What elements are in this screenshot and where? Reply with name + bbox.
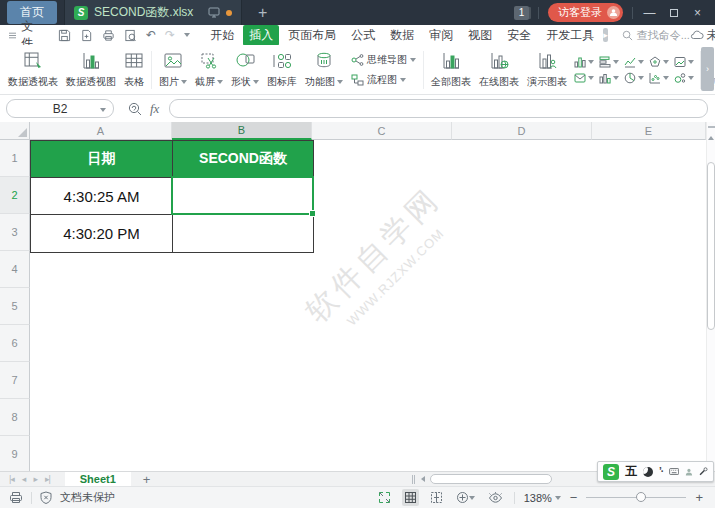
- online-charts-button[interactable]: 在线图表: [475, 51, 523, 89]
- eye-protection-button[interactable]: [486, 490, 505, 506]
- fit-selection-button[interactable]: [376, 489, 393, 506]
- sheet-grid[interactable]: 软件自学网 WWW.RJZXW.COM A B C D E 1 2 3 4 5 …: [0, 122, 715, 471]
- scroll-left-icon[interactable]: [421, 476, 425, 482]
- horizontal-split-handle[interactable]: [412, 475, 415, 484]
- sync-status-button[interactable]: 未同步: [690, 27, 715, 44]
- smart-diagram-button[interactable]: 功能图: [301, 51, 347, 89]
- scroll-up-icon[interactable]: [708, 136, 714, 140]
- cell-B1[interactable]: SECOND函数: [173, 141, 313, 178]
- undo-button[interactable]: ↶: [146, 29, 156, 41]
- ime-user-icon[interactable]: [685, 467, 693, 477]
- tabs-overflow-button[interactable]: ▸: [603, 28, 608, 42]
- normal-view-button[interactable]: [402, 489, 419, 506]
- column-chart-button[interactable]: [574, 56, 594, 68]
- split-handle[interactable]: [708, 126, 715, 128]
- icon-library-button[interactable]: 图标库: [263, 51, 301, 89]
- ime-logo-icon[interactable]: S: [603, 464, 619, 480]
- select-all-corner[interactable]: [0, 122, 30, 140]
- col-header-B[interactable]: B: [172, 122, 312, 140]
- mind-map-button[interactable]: 思维导图: [351, 53, 416, 67]
- ime-fullhalf-moon-icon[interactable]: [643, 467, 653, 477]
- sheet-tab-sheet1[interactable]: Sheet1: [65, 472, 131, 486]
- zoom-level[interactable]: 138%: [524, 492, 561, 504]
- new-tab-button[interactable]: +: [258, 5, 267, 21]
- ime-mode-label[interactable]: 五: [625, 463, 637, 480]
- col-header-A[interactable]: A: [30, 122, 172, 140]
- redo-button[interactable]: ↷: [165, 29, 175, 41]
- cell-B3[interactable]: [173, 215, 313, 252]
- row-header-2[interactable]: 2: [0, 177, 30, 214]
- picture-button[interactable]: 图片: [155, 51, 191, 89]
- all-charts-button[interactable]: 全部图表: [427, 51, 475, 89]
- document-tab[interactable]: S SECOND函数.xlsx: [64, 0, 242, 25]
- table-button[interactable]: 表格: [120, 51, 148, 89]
- screenshot-button[interactable]: 截屏: [191, 51, 227, 89]
- radar-chart-button[interactable]: [649, 56, 669, 68]
- page-break-view-button[interactable]: [428, 489, 445, 506]
- row-header-1[interactable]: 1: [0, 140, 30, 177]
- tab-page-layout[interactable]: 页面布局: [282, 25, 342, 46]
- pin-tab-icon[interactable]: [208, 7, 220, 18]
- insert-function-button[interactable]: fx: [150, 101, 159, 117]
- quick-access-dropdown-icon[interactable]: [184, 33, 190, 37]
- combo-chart-button[interactable]: [574, 72, 594, 84]
- prev-sheet-icon[interactable]: ◂: [22, 474, 26, 484]
- export-pdf-button[interactable]: [80, 29, 93, 42]
- tab-dev-tools[interactable]: 开发工具: [540, 25, 600, 46]
- pivot-chart-button[interactable]: 数据透视图: [62, 51, 120, 89]
- ime-settings-wrench-icon[interactable]: [699, 466, 708, 477]
- area-chart-button[interactable]: [599, 72, 619, 84]
- bar-chart-button[interactable]: [599, 56, 619, 68]
- tab-security[interactable]: 安全: [501, 25, 537, 46]
- bubble-chart-button[interactable]: [674, 72, 694, 84]
- name-box[interactable]: B2: [6, 99, 114, 118]
- horizontal-scroll-thumb[interactable]: [430, 474, 552, 484]
- page-layout-view-button[interactable]: [454, 489, 477, 506]
- row-header-7[interactable]: 7: [0, 362, 30, 399]
- restore-button[interactable]: [666, 7, 681, 19]
- zoom-in-button[interactable]: +: [695, 491, 703, 504]
- flowchart-button[interactable]: 流程图: [351, 73, 416, 87]
- last-sheet-icon[interactable]: ▸|: [45, 474, 50, 484]
- tab-formulas[interactable]: 公式: [345, 25, 381, 46]
- cell-A2[interactable]: 4:30:25 AM: [31, 178, 173, 215]
- magnifier-icon[interactable]: [128, 102, 142, 116]
- picture-chart-button[interactable]: [674, 56, 694, 68]
- col-header-E[interactable]: E: [592, 122, 706, 140]
- printer-icon[interactable]: [9, 491, 23, 504]
- row-header-5[interactable]: 5: [0, 288, 30, 325]
- window-count-badge[interactable]: 1: [514, 6, 529, 20]
- print-button[interactable]: [102, 29, 115, 42]
- active-cell-selection[interactable]: [171, 176, 314, 215]
- row-header-4[interactable]: 4: [0, 251, 30, 288]
- vertical-scroll-thumb[interactable]: [707, 162, 715, 330]
- ribbon-scroll-right-button[interactable]: ›: [701, 47, 714, 91]
- vertical-scrollbar[interactable]: [706, 122, 715, 471]
- command-search[interactable]: 查找命令...: [622, 28, 690, 43]
- demo-charts-button[interactable]: 演示图表: [523, 51, 571, 89]
- zoom-slider[interactable]: [586, 497, 686, 498]
- tab-home[interactable]: 开始: [204, 25, 240, 46]
- pivot-table-button[interactable]: 数据透视表: [4, 51, 62, 89]
- ime-punctuation-icon[interactable]: ’·: [659, 466, 663, 477]
- formula-input[interactable]: [169, 99, 708, 118]
- col-header-D[interactable]: D: [452, 122, 592, 140]
- row-header-3[interactable]: 3: [0, 214, 30, 251]
- login-button[interactable]: 访客登录: [548, 3, 623, 22]
- add-sheet-button[interactable]: +: [143, 473, 151, 486]
- close-button[interactable]: ×: [690, 7, 705, 19]
- minimize-button[interactable]: —: [642, 7, 657, 19]
- pie-chart-button[interactable]: [624, 72, 644, 84]
- save-button[interactable]: [58, 29, 71, 42]
- cell-A1[interactable]: 日期: [31, 141, 173, 178]
- zoom-slider-thumb[interactable]: [636, 492, 646, 502]
- first-sheet-icon[interactable]: |◂: [9, 474, 14, 484]
- shapes-button[interactable]: 形状: [227, 51, 263, 89]
- cell-A3[interactable]: 4:30:20 PM: [31, 215, 173, 252]
- row-header-8[interactable]: 8: [0, 399, 30, 436]
- next-sheet-icon[interactable]: ▸: [33, 474, 37, 484]
- col-header-C[interactable]: C: [312, 122, 452, 140]
- tab-view[interactable]: 视图: [462, 25, 498, 46]
- row-header-6[interactable]: 6: [0, 325, 30, 362]
- print-preview-button[interactable]: [124, 29, 137, 42]
